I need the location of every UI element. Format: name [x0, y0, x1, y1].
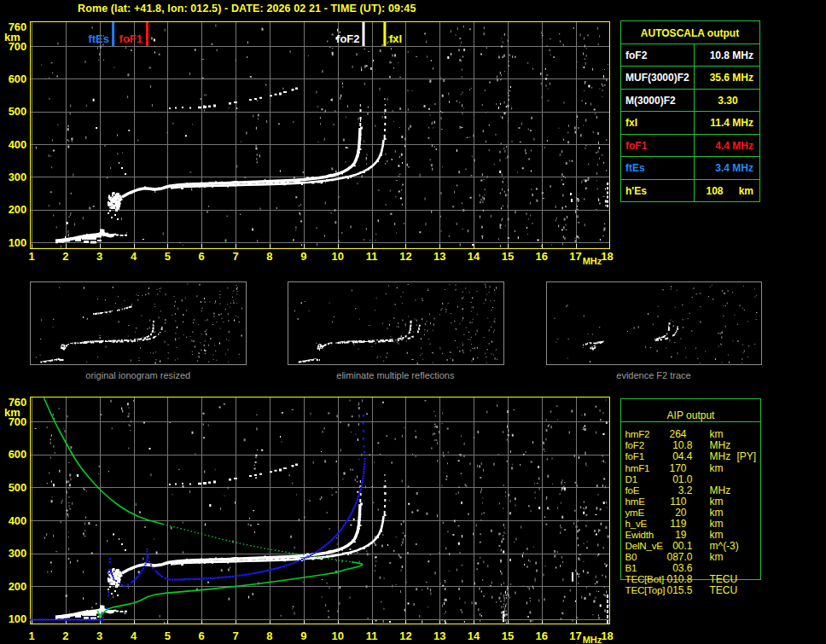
- svg-text:9: 9: [300, 629, 306, 642]
- svg-text:14: 14: [468, 250, 480, 263]
- svg-text:hmF1: hmF1: [625, 462, 650, 473]
- svg-text:m^(-3): m^(-3): [710, 540, 739, 552]
- svg-text:7: 7: [232, 629, 238, 642]
- svg-text:TECU: TECU: [710, 584, 738, 596]
- svg-text:TEC[Top]: TEC[Top]: [625, 584, 666, 595]
- svg-text:original ionogram resized: original ionogram resized: [85, 370, 190, 380]
- svg-text:108: 108: [706, 185, 723, 197]
- svg-text:400: 400: [9, 514, 27, 527]
- svg-text:500: 500: [9, 481, 27, 494]
- svg-text:300: 300: [9, 171, 27, 183]
- svg-text:18: 18: [601, 629, 613, 642]
- svg-text:[PY]: [PY]: [737, 450, 757, 462]
- svg-text:12: 12: [399, 629, 411, 642]
- svg-text:km: km: [710, 496, 724, 508]
- svg-text:15: 15: [502, 250, 514, 263]
- svg-text:MUF(3000)F2: MUF(3000)F2: [625, 72, 689, 84]
- svg-text:10.8 MHz: 10.8 MHz: [710, 49, 753, 61]
- svg-text:MHz: MHz: [583, 256, 602, 266]
- svg-text:00.1: 00.1: [672, 540, 693, 552]
- svg-text:km: km: [710, 518, 724, 530]
- svg-text:km: km: [710, 551, 724, 563]
- svg-text:700: 700: [9, 40, 27, 53]
- svg-text:11.4 MHz: 11.4 MHz: [710, 117, 753, 129]
- svg-text:3.2: 3.2: [678, 484, 693, 496]
- svg-text:foF2: foF2: [336, 32, 359, 45]
- svg-text:13: 13: [433, 250, 445, 263]
- svg-text:3: 3: [96, 629, 102, 642]
- svg-text:35.6 MHz: 35.6 MHz: [710, 72, 753, 84]
- svg-text:11: 11: [366, 629, 378, 642]
- svg-text:foF2: foF2: [625, 439, 644, 450]
- svg-text:foF1: foF1: [119, 32, 143, 45]
- svg-text:20: 20: [675, 507, 687, 519]
- svg-text:2: 2: [62, 629, 68, 642]
- svg-text:17: 17: [569, 250, 581, 263]
- svg-text:MHz: MHz: [710, 450, 731, 462]
- svg-text:6: 6: [199, 250, 205, 263]
- svg-text:17: 17: [569, 629, 581, 642]
- svg-text:TEC[Bot]: TEC[Bot]: [625, 573, 664, 584]
- svg-text:km: km: [739, 185, 753, 197]
- svg-text:13: 13: [433, 629, 445, 642]
- svg-text:MHz: MHz: [710, 439, 731, 451]
- svg-text:10: 10: [331, 250, 343, 263]
- svg-text:200: 200: [9, 203, 27, 216]
- svg-text:300: 300: [9, 547, 27, 560]
- svg-text:12: 12: [399, 250, 411, 263]
- svg-text:AUTOSCALA output: AUTOSCALA output: [641, 27, 739, 39]
- svg-text:100: 100: [9, 612, 27, 625]
- svg-text:100: 100: [9, 236, 27, 249]
- svg-text:MHz: MHz: [583, 635, 602, 644]
- svg-text:400: 400: [9, 138, 27, 151]
- svg-text:03.6: 03.6: [672, 562, 693, 574]
- svg-text:km: km: [710, 507, 724, 519]
- svg-text:14: 14: [468, 629, 480, 642]
- svg-text:fxI: fxI: [389, 32, 402, 45]
- svg-text:3.4 MHz: 3.4 MHz: [715, 162, 753, 174]
- svg-text:19: 19: [675, 529, 687, 541]
- svg-text:04.4: 04.4: [672, 450, 693, 462]
- svg-text:4: 4: [131, 250, 137, 263]
- svg-text:4: 4: [131, 629, 137, 642]
- svg-text:km: km: [710, 529, 724, 541]
- svg-text:h'Es: h'Es: [625, 185, 647, 197]
- svg-text:B0: B0: [625, 551, 637, 562]
- svg-text:foF2: foF2: [625, 49, 648, 61]
- svg-text:ymE: ymE: [625, 507, 645, 518]
- svg-text:evidence F2 trace: evidence F2 trace: [616, 370, 690, 380]
- svg-text:18: 18: [601, 250, 613, 263]
- svg-text:264: 264: [669, 428, 686, 440]
- svg-text:ftEs: ftEs: [88, 32, 109, 45]
- svg-text:Ewidth: Ewidth: [625, 529, 654, 540]
- svg-text:015.5: 015.5: [666, 584, 692, 596]
- svg-text:16: 16: [536, 250, 548, 263]
- svg-text:5: 5: [165, 250, 171, 263]
- svg-text:110: 110: [670, 496, 686, 508]
- svg-text:foF1: foF1: [625, 140, 648, 152]
- svg-text:16: 16: [536, 629, 548, 642]
- svg-text:DelN_vE: DelN_vE: [625, 540, 664, 551]
- svg-text:5: 5: [165, 629, 171, 642]
- svg-text:10: 10: [331, 629, 343, 642]
- svg-text:200: 200: [9, 580, 27, 593]
- svg-text:600: 600: [9, 448, 27, 461]
- svg-text:B1: B1: [625, 562, 637, 573]
- svg-text:1: 1: [28, 250, 34, 263]
- svg-text:hmE: hmE: [625, 496, 646, 507]
- svg-text:15: 15: [502, 629, 514, 642]
- svg-text:8: 8: [266, 250, 272, 263]
- svg-text:087.0: 087.0: [666, 551, 692, 563]
- svg-text:1: 1: [28, 629, 34, 642]
- svg-text:170: 170: [669, 462, 686, 474]
- svg-text:600: 600: [9, 73, 27, 85]
- svg-text:TECU: TECU: [710, 573, 738, 585]
- svg-text:eliminate multiple reflections: eliminate multiple reflections: [336, 370, 455, 380]
- svg-text:010.8: 010.8: [666, 573, 692, 585]
- svg-text:4.4 MHz: 4.4 MHz: [715, 140, 753, 152]
- svg-text:8: 8: [266, 629, 272, 642]
- svg-text:ftEs: ftEs: [625, 162, 645, 174]
- svg-text:3: 3: [96, 250, 102, 263]
- svg-text:3.30: 3.30: [718, 95, 738, 107]
- svg-text:6: 6: [199, 629, 205, 642]
